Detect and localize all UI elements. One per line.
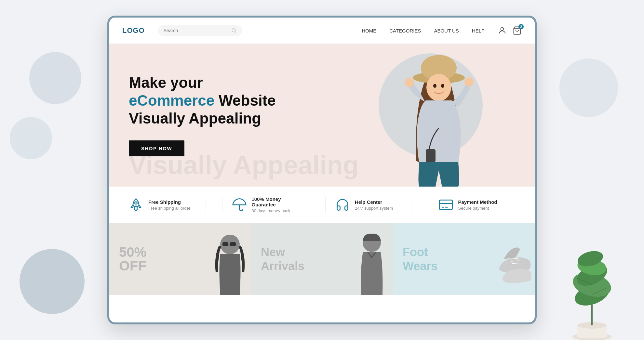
search-input[interactable] [164,28,229,33]
feature-help-center: Help Center 24/7 support system [335,198,412,212]
card-icon [439,198,453,212]
svg-point-13 [501,28,503,31]
bg-decorative-circle-mid [10,117,52,159]
svg-rect-29 [222,242,228,246]
category-foot-wears[interactable]: Foot Wears [393,223,535,295]
svg-point-21 [464,77,474,86]
logo: LOGO [122,26,145,35]
svg-rect-30 [230,242,236,246]
category-new-arrivals-line2: Arrivals [261,259,304,273]
nav-about[interactable]: ABOUT US [434,28,459,33]
search-icon [231,28,236,33]
nav-help[interactable]: HELP [472,28,485,33]
category-sale[interactable]: 50% OFF [109,223,251,295]
user-icon-button[interactable] [498,26,507,35]
svg-line-12 [235,32,236,33]
feature-divider-2 [325,197,326,213]
hero-colored-word: eCommerce [129,92,214,109]
hero-line3: Visually Appealing [129,110,261,127]
svg-point-18 [433,84,436,88]
feature-payment-method-subtitle: Secure payment [458,206,497,211]
category-new-arrivals[interactable]: New Arrivals [251,223,393,295]
hero-figure [379,44,496,187]
plant-decoration [559,242,624,340]
hero-plain-word: Website [219,92,276,109]
search-bar[interactable] [158,25,242,36]
nav-links: HOME CATEGORIES ABOUT US HELP [362,28,485,33]
feature-help-center-text: Help Center 24/7 support system [355,199,393,211]
feature-free-shipping-text: Free Shipping Free shipping all order [148,199,190,211]
bg-decorative-circle-bottom [20,249,85,314]
feature-money-guarantee-text: 100% Money Guarantee 30 days money back [252,196,302,213]
headset-icon [335,198,350,212]
category-new-arrivals-label: New Arrivals [261,245,304,273]
rocket-icon [129,198,143,212]
nav-home[interactable]: HOME [362,28,376,33]
feature-payment-method-text: Payment Method Secure payment [458,199,497,211]
features-bar: Free Shipping Free shipping all order 10… [109,187,535,223]
cart-icon-button[interactable]: 2 [513,26,522,35]
nav-icons: 2 [498,26,522,35]
feature-payment-method-title: Payment Method [458,199,497,205]
shop-now-button[interactable]: SHOP NOW [129,140,184,156]
feature-free-shipping-subtitle: Free shipping all order [148,206,190,211]
bg-decorative-circle-right [559,59,618,117]
feature-money-guarantee-title: 100% Money Guarantee [252,196,302,207]
feature-money-guarantee: 100% Money Guarantee 30 days money back [232,196,309,213]
category-new-arrivals-figure [351,230,393,295]
category-foot-wears-figure [492,230,535,295]
feature-divider-1 [222,197,222,213]
feature-help-center-title: Help Center [355,199,393,205]
feature-payment-method: Payment Method Secure payment [439,198,516,212]
category-sale-figure [209,230,251,295]
categories-section: 50% OFF [109,223,535,295]
feature-free-shipping: Free Shipping Free shipping all order [129,198,206,212]
category-foot-wears-line2: Wears [403,259,437,273]
umbrella-icon [232,198,247,212]
category-sale-label: 50% OFF [119,245,146,273]
category-new-arrivals-line1: New [261,245,304,259]
hero-title: Make youreCommerce WebsiteVisually Appea… [129,74,276,128]
svg-point-11 [232,29,235,32]
svg-point-17 [426,74,451,101]
feature-money-guarantee-subtitle: 30 days money back [252,208,302,213]
category-sale-percent: 50% [119,245,146,259]
category-foot-wears-label: Foot Wears [403,245,437,273]
feature-divider-3 [429,197,429,213]
feature-help-center-subtitle: 24/7 support system [355,206,393,211]
hero-line1: Make your [129,74,203,91]
hero-section: Make youreCommerce WebsiteVisually Appea… [109,44,535,187]
nav-categories[interactable]: CATEGORIES [389,28,421,33]
bg-decorative-circle-top [29,52,81,104]
svg-rect-22 [426,149,436,162]
svg-point-19 [441,84,444,88]
svg-rect-24 [439,200,452,209]
feature-free-shipping-title: Free Shipping [148,199,190,205]
category-sale-off: OFF [119,259,146,273]
navbar: LOGO HOME CATEGORIES ABOUT US HELP [109,18,535,44]
hero-content: Make youreCommerce WebsiteVisually Appea… [109,58,295,173]
browser-frame: LOGO HOME CATEGORIES ABOUT US HELP [107,16,537,324]
cart-badge: 2 [518,24,524,29]
svg-point-23 [135,202,137,204]
category-foot-wears-line1: Foot [403,245,437,259]
svg-point-20 [405,78,414,87]
